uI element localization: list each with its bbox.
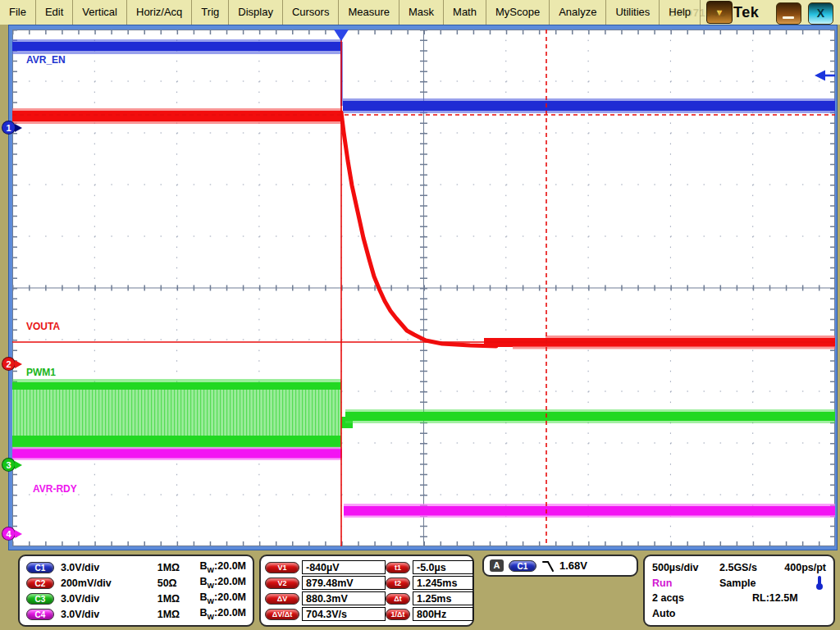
- cursor-t1-badge: t1: [386, 562, 410, 573]
- cursor-v1-row: V1 -840µV: [265, 560, 386, 574]
- ch4-reference-marker[interactable]: 4: [2, 527, 26, 541]
- ch4-badge[interactable]: C4: [26, 609, 54, 620]
- ch2-impedance: 50Ω: [158, 578, 200, 589]
- menu-file[interactable]: File: [0, 0, 36, 25]
- menu-analyze[interactable]: Analyze: [550, 0, 606, 25]
- menu-math[interactable]: Math: [444, 0, 486, 25]
- cursor-t1-value[interactable]: -5.0µs: [413, 560, 473, 574]
- cursor-dt-row: Δt 1.25ms: [386, 591, 473, 605]
- ch4-impedance: 1MΩ: [158, 609, 200, 620]
- ch4-scale[interactable]: 3.0V/div: [61, 609, 158, 620]
- trigger-mode[interactable]: Auto: [652, 608, 675, 619]
- menu-cursors[interactable]: Cursors: [283, 0, 340, 25]
- ch3-reference-marker[interactable]: 3: [2, 458, 26, 472]
- ch3-bandwidth: BW:20.0M: [200, 591, 246, 605]
- ch1-impedance: 1MΩ: [158, 562, 200, 573]
- thermometer-icon: [815, 576, 824, 591]
- ch4-marker-arrow-icon: [15, 530, 22, 538]
- menu-mask[interactable]: Mask: [399, 0, 444, 25]
- cursor-v1-value[interactable]: -840µV: [302, 560, 386, 574]
- ch1-bandwidth: BW:20.0M: [200, 560, 246, 574]
- cursor-dvdt-value[interactable]: 704.3V/s: [302, 607, 386, 621]
- cursor-t1-row: t1 -5.0µs: [386, 560, 473, 574]
- ch4-settings-row: C4 3.0V/div 1MΩ BW:20.0M: [26, 607, 246, 621]
- menu-myscope[interactable]: MyScope: [486, 0, 550, 25]
- waveform-display-frame: AVR_EN VOUTA PWM1 AVR-RDY 1 2 3 4: [8, 25, 838, 550]
- cursor-t2-row: t2 1.245ms: [386, 576, 473, 590]
- trigger-panel[interactable]: A C1 1.68V: [482, 555, 638, 577]
- cursor-voltage-column: V1 -840µV V2 879.48mV ΔV 880.3mV ΔV/Δt 7…: [265, 559, 386, 622]
- ch1-badge[interactable]: C1: [26, 562, 54, 573]
- waveform-plot: [12, 30, 835, 546]
- cursor-1dt-row: 1/Δt 800Hz: [386, 607, 473, 621]
- menu-trig[interactable]: Trig: [192, 0, 229, 25]
- cursor-1dt-value[interactable]: 800Hz: [413, 607, 473, 621]
- ch1-reference-marker[interactable]: 1: [2, 121, 26, 135]
- ch1-marker-arrow-icon: [15, 124, 22, 132]
- graticule: AVR_EN VOUTA PWM1 AVR-RDY 1 2 3 4: [12, 30, 835, 546]
- cursor-v1-badge: V1: [265, 562, 299, 573]
- menu-vertical[interactable]: Vertical: [73, 0, 127, 25]
- ch1-scale[interactable]: 3.0V/div: [61, 562, 158, 573]
- cursor-dt-badge: Δt: [386, 593, 410, 605]
- menu-display[interactable]: Display: [229, 0, 283, 25]
- acquisition-mode: Sample: [719, 578, 783, 589]
- model-watermark: DPO7104C: [669, 7, 726, 19]
- ch3-scale[interactable]: 3.0V/div: [61, 593, 158, 605]
- cursor-readout-panel: V1 -840µV V2 879.48mV ΔV 880.3mV ΔV/Δt 7…: [259, 555, 474, 627]
- label-ch2-vouta: VOUTA: [26, 321, 60, 332]
- cursor-t2-value[interactable]: 1.245ms: [413, 576, 473, 590]
- ch3-impedance: 1MΩ: [158, 593, 200, 605]
- horizontal-scale[interactable]: 500µs/div: [652, 562, 719, 573]
- minimize-button[interactable]: [776, 2, 801, 25]
- label-ch1-avr-en: AVR_EN: [26, 54, 66, 66]
- trigger-level-value[interactable]: 1.68V: [559, 559, 587, 572]
- ch2-marker-arrow-icon: [15, 360, 22, 368]
- cursor-v2-row: V2 879.48mV: [265, 576, 386, 590]
- acquisition-state: Run: [652, 578, 719, 589]
- cursor-dvdt-row: ΔV/Δt 704.3V/s: [265, 607, 386, 621]
- label-ch3-pwm1: PWM1: [26, 367, 56, 378]
- ch1-settings-row: C1 3.0V/div 1MΩ BW:20.0M: [26, 560, 246, 574]
- ch2-badge[interactable]: C2: [26, 578, 54, 589]
- horizontal-panel: 500µs/div 2.5GS/s 400ps/pt Run Sample 2 …: [643, 555, 835, 627]
- falling-edge-icon: [541, 559, 556, 573]
- close-icon: X: [817, 7, 824, 20]
- cursor-dv-badge: ΔV: [265, 593, 299, 605]
- horizontal-row-2: Run Sample: [652, 578, 826, 589]
- menu-edit[interactable]: Edit: [36, 0, 73, 25]
- sample-rate: 2.5GS/s: [719, 562, 783, 573]
- cursor-dvdt-badge: ΔV/Δt: [265, 609, 299, 620]
- trigger-system-badge: A: [490, 559, 504, 572]
- trigger-source-badge[interactable]: C1: [509, 560, 536, 572]
- horizontal-row-1: 500µs/div 2.5GS/s 400ps/pt: [652, 562, 826, 573]
- cursor-v2-value[interactable]: 879.48mV: [302, 576, 386, 590]
- label-ch4-avr-rdy: AVR-RDY: [33, 483, 77, 495]
- sample-resolution: 400ps/pt: [783, 562, 826, 573]
- cursor-dv-row: ΔV 880.3mV: [265, 591, 386, 605]
- menu-measure[interactable]: Measure: [339, 0, 399, 25]
- cursor-dt-value[interactable]: 1.25ms: [413, 591, 473, 605]
- ch2-bandwidth: BW:20.0M: [200, 576, 246, 590]
- trigger-position-marker[interactable]: [334, 30, 349, 41]
- ch3-settings-row: C3 3.0V/div 1MΩ BW:20.0M: [26, 591, 246, 605]
- close-button[interactable]: X: [808, 2, 833, 25]
- ch3-marker-arrow-icon: [15, 461, 22, 469]
- ch3-badge[interactable]: C3: [26, 593, 54, 605]
- cursor-time-column: t1 -5.0µs t2 1.245ms Δt 1.25ms 1/Δt 800H…: [386, 559, 473, 622]
- tek-logo: Tek: [733, 4, 759, 21]
- cursor-v2-badge: V2: [265, 578, 299, 589]
- channel-settings-panel: C1 3.0V/div 1MΩ BW:20.0M C2 200mV/div 50…: [18, 555, 254, 627]
- ch2-settings-row: C2 200mV/div 50Ω BW:20.0M: [26, 576, 246, 590]
- horizontal-row-3: 2 acqs RL:12.5M: [652, 592, 826, 604]
- ch2-reference-marker[interactable]: 2: [2, 357, 26, 372]
- cursor-1dt-badge: 1/Δt: [386, 609, 410, 620]
- record-length: RL:12.5M: [719, 592, 816, 604]
- menu-utilities[interactable]: Utilities: [606, 0, 660, 25]
- ch4-bandwidth: BW:20.0M: [200, 607, 246, 621]
- horizontal-row-4: Auto: [652, 608, 826, 619]
- acquisition-count: 2 acqs: [652, 592, 719, 604]
- menu-horiz-acq[interactable]: Horiz/Acq: [127, 0, 192, 25]
- cursor-dv-value[interactable]: 880.3mV: [302, 591, 386, 605]
- ch2-scale[interactable]: 200mV/div: [61, 578, 158, 589]
